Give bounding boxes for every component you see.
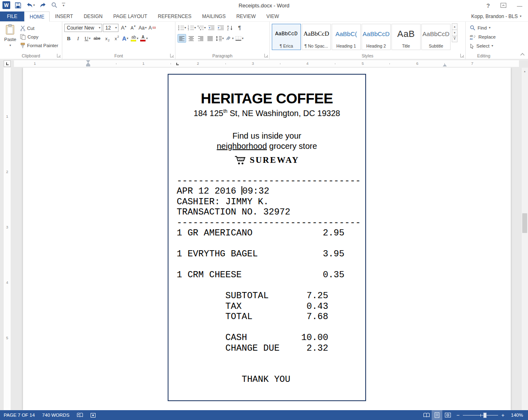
show-formatting-marks-button[interactable]: ¶ bbox=[235, 23, 244, 32]
redo-button[interactable] bbox=[39, 2, 47, 8]
customize-qat-button[interactable]: ▾ bbox=[62, 3, 65, 7]
receipt-date-line[interactable]: APR 12 2016 09:32 bbox=[177, 186, 365, 197]
account-menu[interactable]: Kopp, Brandon - BLS ▾ bbox=[471, 11, 528, 21]
receipt-line[interactable] bbox=[177, 364, 365, 375]
increase-indent-button[interactable] bbox=[216, 23, 225, 32]
receipt-line[interactable]: THANK YOU bbox=[177, 374, 365, 385]
decrease-indent-button[interactable] bbox=[207, 23, 216, 32]
styles-scroll-up-button[interactable]: ▴ bbox=[452, 23, 457, 30]
tab-page-layout[interactable]: PAGE LAYOUT bbox=[108, 11, 152, 21]
receipt-brand-row[interactable]: SUREWAY bbox=[168, 155, 365, 165]
underline-button[interactable]: U▾ bbox=[83, 34, 92, 43]
zoom-level[interactable]: 140% bbox=[508, 413, 528, 418]
select-button[interactable]: Select ▾ bbox=[470, 41, 507, 50]
style-heading-2[interactable]: AaBbCcD Heading 2 bbox=[362, 24, 391, 50]
receipt-mono-block[interactable]: ---------------------------------- APR 1… bbox=[168, 176, 365, 385]
read-mode-button[interactable] bbox=[421, 410, 432, 420]
indent-markers[interactable] bbox=[86, 60, 90, 66]
grow-font-button[interactable]: A▴ bbox=[119, 23, 128, 32]
paragraph-dialog-launcher[interactable] bbox=[264, 54, 268, 57]
page-indicator[interactable]: PAGE 7 OF 14 bbox=[0, 410, 39, 420]
right-indent-marker[interactable] bbox=[443, 64, 447, 66]
shrink-font-button[interactable]: A▾ bbox=[129, 23, 137, 32]
copy-button[interactable]: Copy bbox=[18, 33, 60, 41]
sort-button[interactable]: AZ bbox=[226, 23, 234, 32]
receipt-line[interactable] bbox=[177, 354, 365, 364]
receipt-line[interactable] bbox=[177, 239, 365, 249]
clear-formatting-button[interactable]: A bbox=[148, 23, 157, 32]
zoom-button[interactable] bbox=[51, 2, 57, 8]
font-color-button[interactable]: A ▾ bbox=[140, 34, 148, 43]
bullets-button[interactable]: ▾ bbox=[178, 23, 187, 32]
web-layout-button[interactable] bbox=[442, 410, 453, 420]
tab-review[interactable]: REVIEW bbox=[231, 11, 261, 21]
format-painter-button[interactable]: Format Painter bbox=[18, 41, 60, 50]
line-spacing-button[interactable]: ▾ bbox=[215, 34, 224, 43]
cut-button[interactable]: Cut bbox=[18, 24, 60, 32]
shading-button[interactable]: ▾ bbox=[225, 34, 234, 43]
italic-button[interactable]: I bbox=[74, 34, 82, 43]
scroll-up-button[interactable]: ▴ bbox=[521, 68, 528, 75]
word-count[interactable]: 740 WORDS bbox=[39, 410, 73, 420]
vertical-ruler[interactable]: 1 2 3 4 5 bbox=[4, 68, 11, 410]
receipt-line[interactable] bbox=[177, 281, 365, 291]
style-heading-1[interactable]: AaBbC( Heading 1 bbox=[332, 24, 361, 50]
receipt-textbox[interactable]: HERITAGE COFFEE 184 125th St, NE Washing… bbox=[168, 74, 366, 401]
receipt-divider[interactable]: ---------------------------------- bbox=[177, 218, 365, 228]
tab-file[interactable]: FILE bbox=[0, 11, 24, 21]
receipt-line[interactable]: 1 EVRYTHG BAGEL 3.95 bbox=[177, 249, 365, 260]
chevron-down-icon[interactable]: ▾ bbox=[9, 44, 11, 47]
save-button[interactable] bbox=[15, 2, 21, 9]
macro-record-button[interactable] bbox=[87, 410, 99, 420]
help-icon[interactable]: ? bbox=[486, 2, 490, 9]
proofing-status-button[interactable] bbox=[73, 410, 87, 420]
align-left-button[interactable] bbox=[178, 34, 186, 43]
styles-dialog-launcher[interactable] bbox=[460, 54, 464, 57]
horizontal-ruler[interactable]: 1 1 2 3 4 5 6 7 bbox=[14, 60, 519, 67]
receipt-divider[interactable]: ---------------------------------- bbox=[177, 176, 365, 187]
receipt-transaction-line[interactable]: TRANSACTION NO. 32972 bbox=[177, 207, 365, 218]
zoom-slider-thumb[interactable] bbox=[483, 413, 487, 418]
receipt-tagline[interactable]: Find us inside your neighborhood grocery… bbox=[168, 131, 365, 151]
scrollbar-thumb[interactable] bbox=[522, 213, 527, 233]
receipt-line[interactable] bbox=[177, 322, 365, 333]
styles-more-button[interactable]: ▾ bbox=[452, 36, 457, 42]
multilevel-list-button[interactable]: ▾ bbox=[197, 23, 206, 32]
clipboard-dialog-launcher[interactable] bbox=[57, 54, 61, 57]
tab-insert[interactable]: INSERT bbox=[50, 11, 78, 21]
receipt-store-name[interactable]: HERITAGE COFFEE bbox=[168, 91, 365, 106]
receipt-line[interactable]: 1 CRM CHEESE 0.35 bbox=[177, 270, 365, 281]
tab-stop-icon[interactable] bbox=[176, 63, 179, 65]
ribbon-display-options-button[interactable] bbox=[501, 2, 506, 9]
numbering-button[interactable]: 123 ▾ bbox=[187, 23, 196, 32]
chevron-down-icon[interactable]: ▾ bbox=[115, 26, 117, 30]
styles-scroll-down-button[interactable]: ▾ bbox=[452, 30, 457, 36]
change-case-button[interactable]: Aa▾ bbox=[138, 23, 147, 32]
font-dialog-launcher[interactable] bbox=[170, 54, 174, 57]
font-family-combo[interactable]: Courier New ▾ bbox=[64, 24, 102, 32]
vertical-scrollbar[interactable]: ▴ bbox=[521, 68, 528, 410]
find-button[interactable]: Find ▾ bbox=[470, 23, 507, 32]
style-no-spacing[interactable]: AaBbCcD ¶ No Spac... bbox=[302, 24, 331, 50]
borders-button[interactable]: ▾ bbox=[235, 34, 244, 43]
strikethrough-button[interactable]: abe bbox=[93, 34, 101, 43]
zoom-in-button[interactable]: + bbox=[498, 412, 508, 418]
zoom-slider[interactable] bbox=[463, 415, 498, 415]
align-right-button[interactable] bbox=[196, 34, 205, 43]
style-erica[interactable]: AaBbCcD ¶ Erica bbox=[272, 24, 301, 50]
receipt-line[interactable]: CASH 10.00 bbox=[177, 333, 365, 343]
style-title[interactable]: AaB Title bbox=[391, 24, 421, 50]
receipt-cashier-line[interactable]: CASHIER: JIMMY K. bbox=[177, 197, 365, 208]
tab-view[interactable]: VIEW bbox=[261, 11, 284, 21]
chevron-down-icon[interactable]: ▾ bbox=[99, 26, 100, 30]
font-size-combo[interactable]: 12 ▾ bbox=[103, 24, 118, 32]
receipt-line[interactable]: TAX 0.43 bbox=[177, 301, 365, 312]
minimize-button[interactable]: — bbox=[517, 3, 522, 9]
replace-button[interactable]: abac Replace bbox=[470, 32, 507, 41]
paste-button[interactable]: Paste ▾ bbox=[2, 23, 18, 52]
superscript-button[interactable]: x2 bbox=[112, 34, 120, 43]
undo-button[interactable]: ▾ bbox=[26, 2, 35, 8]
text-highlight-button[interactable]: ab ▾ bbox=[130, 34, 139, 43]
tab-home[interactable]: HOME bbox=[24, 11, 50, 22]
tab-references[interactable]: REFERENCES bbox=[152, 11, 197, 21]
